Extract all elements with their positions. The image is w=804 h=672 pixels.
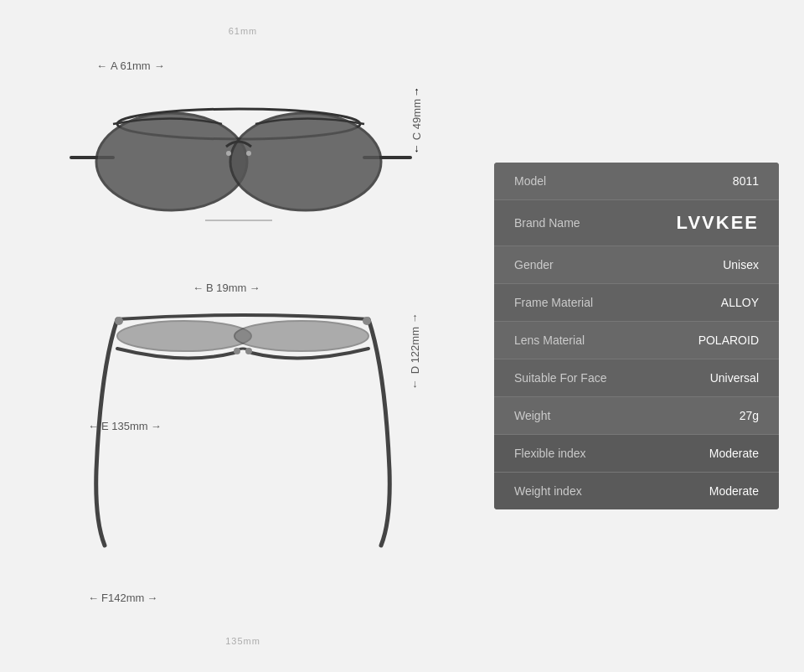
dim-b-label: ← B 19mm → <box>193 282 260 294</box>
spec-label-0: Model <box>514 174 546 188</box>
spec-value-7: Moderate <box>709 447 759 460</box>
svg-point-13 <box>363 317 371 325</box>
svg-point-3 <box>96 113 247 210</box>
spec-value-0: 8011 <box>733 174 759 188</box>
spec-row-6: Weight27g <box>494 397 779 435</box>
dim-e-label: ← E 135mm → <box>88 420 162 432</box>
svg-point-11 <box>245 348 252 354</box>
spec-value-8: Moderate <box>709 484 759 498</box>
spec-row-0: Model8011 <box>494 163 779 200</box>
spec-row-1: Brand NameLVVKEE <box>494 200 779 246</box>
dim-a-label: A 61mm <box>111 59 151 72</box>
arrow-right-a: → <box>154 59 165 72</box>
svg-point-6 <box>246 151 251 156</box>
spec-label-7: Flexible index <box>514 447 586 460</box>
dim-c-label: ↑ C 49mm ↓ <box>410 85 423 154</box>
spec-value-4: POLAROID <box>698 333 759 347</box>
svg-point-8 <box>117 321 251 351</box>
spec-label-2: Gender <box>514 258 554 271</box>
main-container: 61mm ← A 61mm → <box>0 0 804 672</box>
glasses-bottom-svg <box>75 302 410 571</box>
svg-point-12 <box>115 317 123 325</box>
spec-value-3: ALLOY <box>721 296 759 309</box>
spec-row-7: Flexible indexModerate <box>494 435 779 473</box>
spec-row-4: Lens MaterialPOLAROID <box>494 322 779 359</box>
svg-point-4 <box>230 113 381 210</box>
svg-point-10 <box>234 348 240 354</box>
spec-label-1: Brand Name <box>514 216 580 230</box>
specs-table: Model8011Brand NameLVVKEEGenderUnisexFra… <box>494 163 779 509</box>
svg-point-9 <box>234 321 368 351</box>
spec-label-8: Weight index <box>514 484 582 498</box>
spec-label-6: Weight <box>514 409 550 422</box>
arrow-left-a: ← <box>96 59 107 72</box>
dim-d-label: ↑ D 122mm ↓ <box>409 311 421 390</box>
spec-row-3: Frame MaterialALLOY <box>494 284 779 322</box>
svg-point-5 <box>226 151 231 156</box>
glasses-top-svg <box>63 78 415 262</box>
spec-value-5: Universal <box>710 371 759 385</box>
spec-row-2: GenderUnisex <box>494 246 779 284</box>
top-label: 61mm <box>229 26 258 36</box>
glasses-top-view: ← A 61mm → <box>63 59 423 294</box>
spec-value-1: LVVKEE <box>677 212 759 234</box>
spec-value-6: 27g <box>740 409 759 422</box>
diagram-section: 61mm ← A 61mm → <box>25 18 461 654</box>
spec-value-2: Unisex <box>723 258 759 271</box>
dim-a-line: ← A 61mm → <box>96 59 165 72</box>
spec-label-5: Suitable For Face <box>514 371 607 385</box>
spec-row-8: Weight indexModerate <box>494 473 779 509</box>
spec-label-3: Frame Material <box>514 296 593 309</box>
bottom-label: 135mm <box>225 636 260 646</box>
spec-label-4: Lens Material <box>514 333 585 347</box>
spec-row-5: Suitable For FaceUniversal <box>494 359 779 397</box>
glasses-bottom-view: ← E 135mm → ↑ D 122mm ↓ ← F142mm → <box>63 302 423 604</box>
dim-f-label: ← F142mm → <box>88 592 157 604</box>
